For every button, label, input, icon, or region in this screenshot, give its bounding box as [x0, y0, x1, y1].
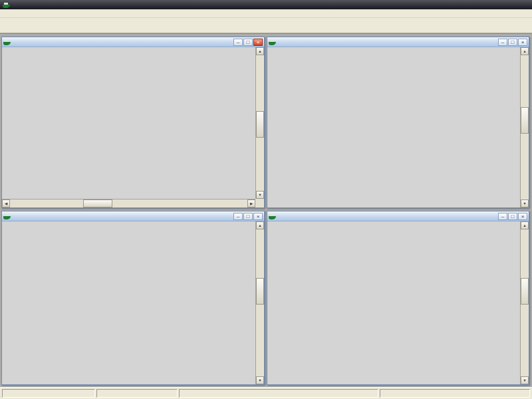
app-icon: [3, 2, 10, 8]
scrollbar-thumb[interactable]: [256, 278, 264, 305]
plan-canvas[interactable]: [2, 221, 255, 384]
scroll-down-icon[interactable]: ▼: [521, 376, 529, 384]
toolbar-row-1: [0, 18, 532, 25]
scroll-right-icon[interactable]: ▶: [247, 200, 255, 207]
maximize-button[interactable]: □: [243, 213, 253, 220]
close-button[interactable]: ×: [518, 213, 527, 220]
minimize-button[interactable]: –: [498, 213, 507, 220]
scrollbar-corner: [255, 199, 264, 207]
app-titlebar[interactable]: [0, 0, 532, 9]
vertical-scrollbar[interactable]: ▲ ▼: [255, 47, 264, 199]
scrollbar-thumb[interactable]: [521, 107, 529, 134]
minimize-button[interactable]: –: [498, 39, 507, 46]
mdi-area: – □ × ▲ ▼ ◀ ▶ – □: [0, 33, 532, 387]
window-icon: [269, 39, 276, 45]
scroll-left-icon[interactable]: ◀: [2, 200, 10, 207]
window-icon: [3, 213, 11, 219]
scroll-up-icon[interactable]: ▲: [256, 47, 264, 55]
scroll-down-icon[interactable]: ▼: [256, 376, 264, 384]
profile-titlebar[interactable]: – □ ×: [267, 37, 529, 47]
status-incr-distance: [96, 389, 178, 398]
close-button[interactable]: ×: [253, 39, 263, 46]
maximize-button[interactable]: □: [243, 39, 253, 46]
profile-window: – □ × ▲ ▼: [267, 37, 529, 208]
minimize-button[interactable]: –: [233, 39, 243, 46]
menubar: [0, 9, 532, 18]
status-undo-memory: [2, 389, 95, 398]
bodyplan-canvas[interactable]: [267, 221, 520, 384]
perspective-canvas[interactable]: [2, 47, 255, 199]
toolbar: [0, 18, 532, 33]
scrollbar-thumb[interactable]: [83, 200, 112, 207]
bodyplan-titlebar[interactable]: – □ ×: [267, 211, 529, 221]
maximize-button[interactable]: □: [508, 39, 517, 46]
close-button[interactable]: ×: [518, 39, 527, 46]
maximize-button[interactable]: □: [508, 213, 517, 220]
toolbar-row-2: [0, 25, 532, 33]
horizontal-scrollbar[interactable]: ◀ ▶: [2, 199, 255, 207]
plan-titlebar[interactable]: – □ ×: [2, 211, 264, 221]
scrollbar-thumb[interactable]: [256, 111, 264, 138]
window-icon: [3, 39, 11, 45]
vertical-scrollbar[interactable]: ▲ ▼: [255, 221, 264, 384]
status-empty-panel: [380, 389, 530, 398]
profile-canvas[interactable]: [267, 47, 520, 207]
status-model-counts: [179, 389, 378, 398]
close-button[interactable]: ×: [253, 213, 263, 220]
statusbar: [0, 387, 532, 399]
scroll-up-icon[interactable]: ▲: [521, 221, 529, 229]
scroll-up-icon[interactable]: ▲: [256, 221, 264, 229]
minimize-button[interactable]: –: [233, 213, 243, 220]
bodyplan-window: – □ × ▲ ▼: [267, 211, 529, 385]
vertical-scrollbar[interactable]: ▲ ▼: [520, 47, 529, 207]
scroll-up-icon[interactable]: ▲: [521, 47, 529, 55]
scroll-down-icon[interactable]: ▼: [256, 191, 264, 199]
perspective-titlebar[interactable]: – □ ×: [2, 37, 264, 47]
plan-window: – □ × ▲ ▼: [1, 211, 265, 385]
window-icon: [269, 213, 276, 219]
perspective-window: – □ × ▲ ▼ ◀ ▶: [1, 37, 265, 208]
scroll-down-icon[interactable]: ▼: [521, 200, 529, 207]
scrollbar-thumb[interactable]: [521, 278, 529, 305]
vertical-scrollbar[interactable]: ▲ ▼: [520, 221, 529, 384]
